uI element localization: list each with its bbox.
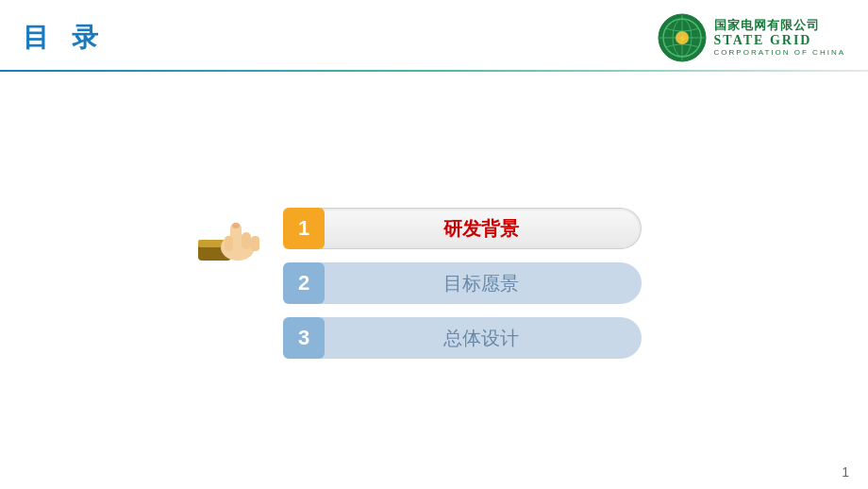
menu-label-2: 目标愿景 [321, 262, 642, 304]
logo-cn-text: 国家电网有限公司 [714, 18, 845, 33]
logo-area: ⚡ 国家电网有限公司 STATE GRID CORPORATION OF CHI… [658, 13, 845, 62]
logo-en-subtext: CORPORATION OF CHINA [714, 48, 845, 58]
hand-pointer-icon [198, 211, 274, 268]
logo-en-text: STATE GRID [714, 33, 845, 49]
logo-icon: ⚡ [658, 13, 707, 62]
menu-label-3: 总体设计 [321, 317, 642, 359]
svg-rect-11 [242, 232, 251, 249]
menu-item-2[interactable]: 2 目标愿景 [283, 262, 642, 304]
logo-text: 国家电网有限公司 STATE GRID CORPORATION OF CHINA [714, 18, 845, 58]
svg-rect-13 [225, 236, 233, 251]
menu-number-1: 1 [283, 208, 325, 249]
svg-text:⚡: ⚡ [676, 33, 688, 44]
svg-rect-12 [251, 236, 259, 251]
menu-label-1: 研发背景 [321, 208, 642, 249]
menu-item-1[interactable]: 1 研发背景 [283, 208, 642, 249]
page-number: 1 [842, 464, 849, 480]
menu-number-3: 3 [283, 317, 325, 359]
page-title: 目 录 [23, 20, 106, 56]
menu-container: 1 研发背景 2 目标愿景 3 总体设计 [283, 208, 642, 359]
main-content: 1 研发背景 2 目标愿景 3 总体设计 [0, 72, 868, 485]
svg-point-14 [232, 223, 240, 228]
menu-item-3[interactable]: 3 总体设计 [283, 317, 642, 359]
header: 目 录 ⚡ 国家电网有限公司 STATE GRID CORPORATION OF… [0, 0, 868, 70]
menu-number-2: 2 [283, 262, 325, 304]
